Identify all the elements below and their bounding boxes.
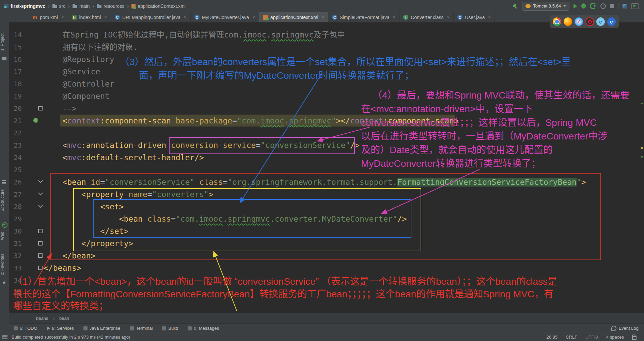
tool-window-label: Terminal — [136, 326, 153, 331]
close-tab-icon[interactable]: × — [104, 15, 107, 20]
tab-MyDateConverter.java[interactable]: CMyDateConverter.java× — [191, 12, 259, 22]
code-line[interactable]: 31</property> — [9, 237, 644, 250]
profiler-button[interactable] — [600, 3, 606, 9]
firefox-icon[interactable] — [564, 17, 572, 26]
code-line[interactable]: 36 — [9, 299, 644, 311]
spring-scan-icon[interactable] — [33, 118, 38, 123]
tool-window-button-Terminal[interactable]: Terminal — [130, 326, 153, 331]
code-line[interactable]: 35 — [9, 286, 644, 299]
code-line[interactable]: 28<set> — [9, 201, 644, 213]
chrome-icon[interactable] — [553, 17, 561, 26]
tool-window-button-Build[interactable]: Build — [162, 326, 178, 331]
fold-icon[interactable] — [38, 178, 43, 183]
folder-icon — [2, 57, 6, 60]
opera-icon[interactable]: O — [585, 17, 594, 26]
close-tab-icon[interactable]: × — [184, 15, 187, 20]
xml-breadcrumb: beans › bean — [9, 313, 644, 323]
tab-Converter.class[interactable]: IConverter.class× — [399, 12, 454, 22]
folder-icon — [52, 5, 57, 8]
fold-icon[interactable] — [38, 191, 43, 195]
tool-window-button-8: Services[interactable]: 8: Services — [47, 326, 74, 331]
code-line[interactable]: 23<mvc:annotation-driven conversion-serv… — [9, 139, 644, 151]
tab-applicationContext.xml[interactable]: applicationContext.xml× — [259, 12, 328, 22]
close-tab-icon[interactable]: × — [488, 15, 491, 20]
xml-breadcrumb-item[interactable]: bean — [59, 316, 69, 321]
caret-position[interactable]: 26:85 — [547, 335, 558, 340]
tool-window-button-Java Enterprise[interactable]: Java Enterprise — [83, 326, 120, 331]
tool-window-icon — [14, 326, 18, 330]
line-number: 29 — [9, 213, 22, 225]
close-tab-icon[interactable]: × — [447, 15, 450, 20]
bookmark-icon[interactable] — [38, 241, 43, 246]
scrollbar-mark[interactable] — [641, 147, 643, 149]
safari-icon[interactable] — [575, 17, 583, 26]
close-tab-icon[interactable]: × — [61, 15, 64, 20]
code-line[interactable]: 15拥有以下注解的对象. — [9, 41, 644, 53]
edge-icon[interactable]: e — [607, 17, 616, 26]
breadcrumb-item[interactable]: resources — [96, 3, 125, 9]
breadcrumb-item[interactable]: first-springmvc — [3, 3, 46, 9]
code-line[interactable]: 16@Repository — [9, 53, 644, 65]
code-text: <mvc:default-servlet-handler/> — [44, 151, 204, 164]
code-line[interactable]: 20--> — [9, 102, 644, 115]
code-line[interactable]: 29<bean class="com.imooc.springmvc.conve… — [9, 213, 644, 225]
sidebar-item-web[interactable]: Web — [0, 229, 9, 243]
tool-window-button-6: TODO[interactable]: 6: TODO — [14, 326, 37, 331]
code-line[interactable]: 18@Controller — [9, 78, 644, 90]
run-anything-icon[interactable] — [631, 3, 639, 9]
tool-window-button-0: Messages[interactable]: 0: Messages — [188, 326, 219, 331]
tab-index.html[interactable]: Hindex.html× — [68, 12, 111, 22]
bookmark-icon[interactable] — [38, 106, 43, 110]
file-encoding[interactable]: UTF-8 — [585, 335, 598, 340]
scrollbar-mark[interactable] — [641, 103, 643, 104]
chevron-icon: › — [125, 3, 131, 9]
code-line[interactable]: 32</bean> — [9, 250, 644, 262]
sidebar-item-favorites[interactable]: 2: Favorites — [0, 251, 9, 278]
code-line[interactable]: 34 — [9, 274, 644, 286]
code-line[interactable]: 33</beans> — [9, 262, 644, 274]
project-structure-icon[interactable] — [623, 4, 627, 9]
bookmark-icon[interactable] — [38, 229, 43, 233]
sidebar-item-project[interactable]: 1: Project — [0, 26, 9, 59]
breadcrumb-item[interactable]: main — [72, 3, 90, 9]
code-line[interactable]: 25 — [9, 164, 644, 176]
lock-icon[interactable] — [632, 336, 637, 340]
code-line[interactable]: 26<bean id="conversionService" class="or… — [9, 176, 644, 188]
stop-button[interactable] — [610, 4, 614, 8]
code-line[interactable]: 27<property name="converters"> — [9, 188, 644, 201]
code-line[interactable]: 14在Spring IOC初始化过程中,自动创建并管理com.imooc.spr… — [9, 29, 644, 41]
bookmark-icon[interactable] — [38, 266, 43, 270]
event-log-button[interactable]: Event Log — [611, 326, 644, 331]
run-with-coverage-button[interactable] — [590, 3, 596, 9]
editor[interactable]: 14在Spring IOC初始化过程中,自动创建并管理com.imooc.spr… — [9, 23, 644, 313]
debug-button[interactable] — [581, 3, 586, 9]
tab-SimpleDateFormat.java[interactable]: CSimpleDateFormat.java× — [328, 12, 399, 22]
breadcrumb-item[interactable]: src — [52, 3, 66, 9]
tab-URLMappingController.java[interactable]: CURLMappingController.java× — [111, 12, 191, 22]
code-line[interactable]: 30</set> — [9, 225, 644, 237]
tab-User.java[interactable]: CUser.java× — [454, 12, 495, 22]
line-separator[interactable]: CRLF — [566, 335, 577, 340]
tab-pom.xml[interactable]: mpom.xml× — [29, 12, 68, 22]
close-tab-icon[interactable]: × — [393, 15, 396, 20]
indent-setting[interactable]: 4 spaces — [606, 335, 624, 340]
close-tab-icon[interactable]: × — [322, 15, 325, 20]
bookmark-icon[interactable] — [38, 253, 43, 258]
ie-icon[interactable]: e — [596, 17, 605, 26]
fold-icon[interactable] — [38, 203, 43, 208]
tool-window-label: Java Enterprise — [90, 326, 120, 331]
code-line[interactable]: 21<context:component-scan base-package="… — [9, 115, 644, 127]
sidebar-item-structure[interactable]: Z: Structure — [0, 186, 9, 215]
code-line[interactable]: 17@Service — [9, 65, 644, 78]
run-button[interactable] — [574, 4, 577, 9]
code-line[interactable]: 19@Component — [9, 90, 644, 102]
breadcrumb-item[interactable]: applicationContext.xml — [131, 3, 186, 9]
build-hammer-icon[interactable] — [512, 3, 518, 9]
code-line[interactable]: 24<mvc:default-servlet-handler/> — [9, 151, 644, 164]
scrollbar-mark[interactable] — [641, 156, 643, 158]
code-line[interactable]: 22 — [9, 127, 644, 139]
run-configuration-select[interactable]: Tomcat 8.5.64 — [522, 2, 569, 11]
xml-breadcrumb-item[interactable]: beans — [36, 316, 48, 321]
tool-window-switcher-icon[interactable] — [2, 335, 7, 339]
close-tab-icon[interactable]: × — [252, 15, 255, 20]
